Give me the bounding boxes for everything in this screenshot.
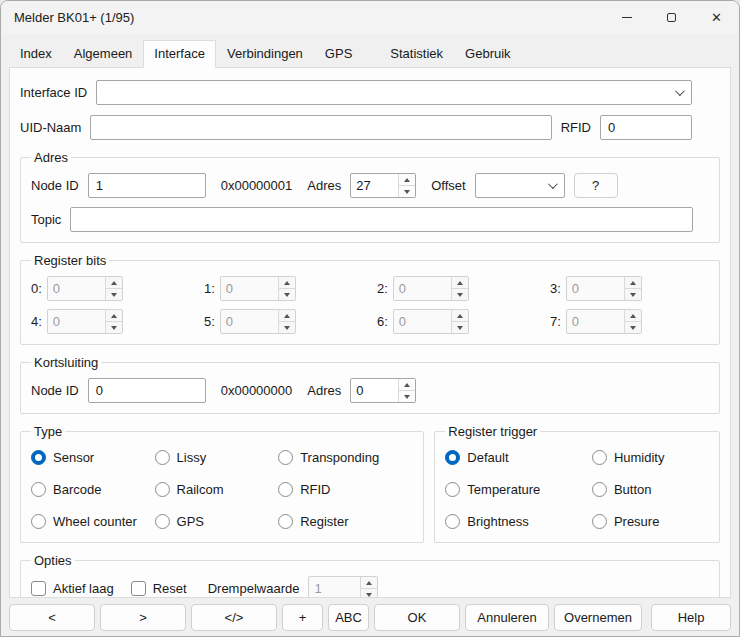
- spin-down-button[interactable]: [452, 288, 468, 300]
- spin-up-button[interactable]: [361, 577, 377, 588]
- radio-sensor[interactable]: Sensor: [31, 447, 149, 468]
- spin-up-button[interactable]: [625, 277, 641, 288]
- maximize-button[interactable]: [649, 1, 694, 34]
- minimize-button[interactable]: [604, 1, 649, 34]
- help-question-button[interactable]: ?: [574, 173, 618, 198]
- add-button[interactable]: +: [282, 604, 323, 631]
- kortsluiting-hex-value: 0x00000000: [221, 383, 293, 398]
- radio-railcom[interactable]: Railcom: [155, 479, 273, 500]
- tab-interface[interactable]: Interface: [143, 40, 216, 68]
- radio-gps[interactable]: GPS: [155, 511, 273, 532]
- spin-up-button[interactable]: [452, 277, 468, 288]
- tab-statistiek[interactable]: Statistiek: [379, 40, 454, 68]
- kortsluiting-adres-spinner[interactable]: [350, 378, 416, 403]
- spin-down-button[interactable]: [399, 390, 415, 402]
- radio-label: Transponding: [300, 450, 379, 465]
- adres-spinner[interactable]: [350, 173, 416, 198]
- reset-checkbox[interactable]: Reset: [131, 578, 187, 598]
- ok-button[interactable]: OK: [374, 604, 460, 631]
- radio-barcode[interactable]: Barcode: [31, 479, 149, 500]
- cancel-button[interactable]: Annuleren: [465, 604, 549, 631]
- bit-7-spinner[interactable]: [566, 309, 642, 334]
- radio-temperature[interactable]: Temperature: [445, 479, 586, 500]
- radio-brightness[interactable]: Brightness: [445, 511, 586, 532]
- node-id-input[interactable]: [88, 173, 206, 198]
- kortsluiting-adres-spinner-input[interactable]: [351, 379, 398, 402]
- aktief-laag-checkbox[interactable]: Aktief laag: [31, 578, 114, 598]
- bit-6-spinner-input[interactable]: [394, 310, 451, 333]
- minimize-icon: [622, 17, 632, 18]
- topic-input[interactable]: [70, 207, 693, 232]
- bit-4-spinner-input[interactable]: [48, 310, 105, 333]
- apply-button[interactable]: Overnemen: [554, 604, 642, 631]
- offset-combobox[interactable]: [475, 173, 565, 198]
- bit-4-spinner[interactable]: [47, 309, 123, 334]
- rfid-label: RFID: [561, 120, 591, 135]
- spin-up-button[interactable]: [279, 310, 295, 321]
- spin-down-button[interactable]: [106, 321, 122, 333]
- close-button[interactable]: ✕: [694, 1, 739, 34]
- checkbox-label: Reset: [153, 581, 187, 596]
- bit-7-spinner-input[interactable]: [567, 310, 624, 333]
- radio-rfid[interactable]: RFID: [278, 479, 413, 500]
- bit-3-spinner-input[interactable]: [567, 277, 624, 300]
- kortsluiting-node-id-input[interactable]: [88, 378, 206, 403]
- bit-5-spinner[interactable]: [220, 309, 296, 334]
- tab-index[interactable]: Index: [9, 40, 63, 68]
- tab-verbindingen[interactable]: Verbindingen: [216, 40, 314, 68]
- register-trigger-group-title: Register trigger: [445, 424, 540, 439]
- adres-spinner-input[interactable]: [351, 174, 398, 197]
- bit-1-spinner-input[interactable]: [221, 277, 278, 300]
- drempelwaarde-spinner[interactable]: [308, 576, 378, 598]
- spin-up-button[interactable]: [625, 310, 641, 321]
- bit-1-cell: 1:: [204, 276, 363, 301]
- radio-lissy[interactable]: Lissy: [155, 447, 273, 468]
- bit-1-spinner[interactable]: [220, 276, 296, 301]
- interface-id-combobox[interactable]: [96, 80, 692, 105]
- previous-button[interactable]: <: [9, 604, 95, 631]
- bit-2-cell: 2:: [377, 276, 536, 301]
- spin-down-button[interactable]: [625, 321, 641, 333]
- window-controls: ✕: [604, 1, 739, 34]
- bit-2-spinner-input[interactable]: [394, 277, 451, 300]
- bit-5-spinner-input[interactable]: [221, 310, 278, 333]
- spin-down-button[interactable]: [625, 288, 641, 300]
- spin-up-button[interactable]: [279, 277, 295, 288]
- tab-algemeen[interactable]: Algemeen: [63, 40, 144, 68]
- spin-up-button[interactable]: [452, 310, 468, 321]
- help-button[interactable]: Help: [651, 604, 731, 631]
- spin-down-button[interactable]: [361, 588, 377, 598]
- spin-up-button[interactable]: [106, 277, 122, 288]
- bit-0-spinner[interactable]: [47, 276, 123, 301]
- spin-up-button[interactable]: [106, 310, 122, 321]
- tab-gebruik[interactable]: Gebruik: [454, 40, 522, 68]
- radio-wheel-counter[interactable]: Wheel counter: [31, 511, 149, 532]
- radio-register[interactable]: Register: [278, 511, 413, 532]
- abc-button[interactable]: ABC: [328, 604, 369, 631]
- bit-0-spinner-input[interactable]: [48, 277, 105, 300]
- radio-button[interactable]: Button: [592, 479, 709, 500]
- radio-presure[interactable]: Presure: [592, 511, 709, 532]
- code-button[interactable]: </>: [191, 604, 277, 631]
- radio-default[interactable]: Default: [445, 447, 586, 468]
- bit-3-spinner[interactable]: [566, 276, 642, 301]
- drempelwaarde-spinner-input[interactable]: [309, 577, 360, 598]
- spin-down-button[interactable]: [399, 185, 415, 197]
- bit-6-spinner[interactable]: [393, 309, 469, 334]
- radio-transponding[interactable]: Transponding: [278, 447, 413, 468]
- spin-up-button[interactable]: [399, 379, 415, 390]
- spin-down-button[interactable]: [279, 288, 295, 300]
- radio-humidity[interactable]: Humidity: [592, 447, 709, 468]
- spin-down-button[interactable]: [279, 321, 295, 333]
- uid-naam-input[interactable]: [90, 115, 551, 140]
- radio-icon: [31, 450, 46, 465]
- spin-down-button[interactable]: [452, 321, 468, 333]
- next-button[interactable]: >: [100, 604, 186, 631]
- spin-down-button[interactable]: [106, 288, 122, 300]
- interface-tab-page: Interface ID UID-Naam RFID Adres Node ID…: [9, 67, 731, 598]
- spin-up-button[interactable]: [399, 174, 415, 185]
- spin-up-icon: [457, 281, 463, 285]
- rfid-input[interactable]: [600, 115, 692, 140]
- bit-2-spinner[interactable]: [393, 276, 469, 301]
- tab-gps[interactable]: GPS: [314, 40, 379, 68]
